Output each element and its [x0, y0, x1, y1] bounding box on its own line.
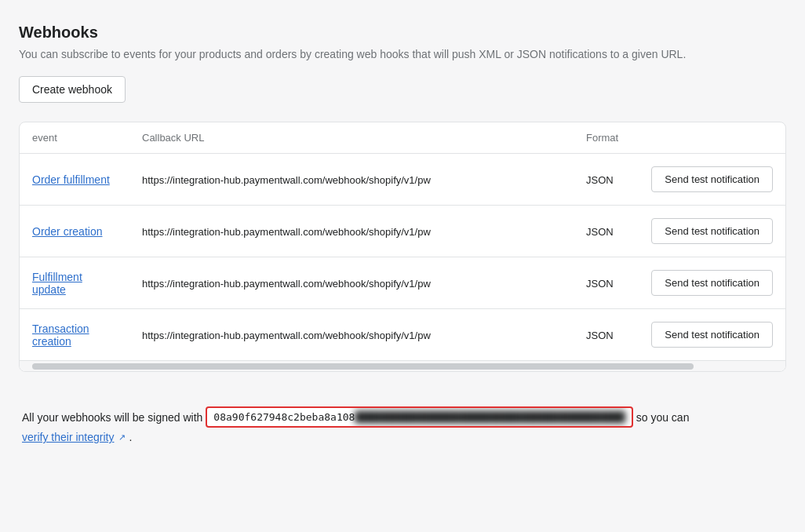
table-header-row: event Callback URL Format	[20, 122, 785, 154]
send-test-notification-button-0[interactable]: Send test notification	[651, 166, 773, 192]
format-cell-3: JSON	[574, 309, 636, 361]
send-test-notification-button-1[interactable]: Send test notification	[651, 218, 773, 244]
action-cell-2: Send test notification	[636, 257, 785, 309]
format-badge-2: JSON	[586, 278, 614, 290]
format-badge-0: JSON	[586, 174, 614, 186]
event-cell-3: Transaction creation	[20, 309, 129, 361]
webhooks-table-card: event Callback URL Format Order fulfillm…	[19, 122, 786, 372]
event-link-1[interactable]: Order creation	[32, 225, 102, 238]
page-container: Webhooks You can subscribe to events for…	[0, 0, 805, 483]
page-description: You can subscribe to events for your pro…	[19, 48, 786, 60]
callback-url-value-3: https://integration-hub.paymentwall.com/…	[142, 330, 431, 341]
footer-section: All your webhooks will be signed with 08…	[19, 391, 786, 459]
footer-period: .	[129, 431, 132, 443]
send-test-notification-button-3[interactable]: Send test notification	[651, 322, 773, 348]
callback-url-value-0: https://integration-hub.paymentwall.com/…	[142, 174, 431, 186]
scrollbar-thumb	[32, 363, 694, 370]
table-row: Order creationhttps://integration-hub.pa…	[20, 206, 785, 257]
format-badge-3: JSON	[586, 330, 614, 341]
page-title: Webhooks	[19, 24, 786, 42]
format-cell-1: JSON	[574, 206, 636, 257]
col-header-action	[636, 122, 785, 154]
footer-text-after: so you can	[636, 411, 690, 424]
event-cell-0: Order fulfillment	[20, 154, 129, 206]
format-cell-0: JSON	[574, 154, 636, 206]
horizontal-scrollbar[interactable]	[20, 360, 785, 371]
event-link-0[interactable]: Order fulfillment	[32, 173, 110, 186]
secret-key-visible: 08a90f627948c2beba8a108	[213, 411, 355, 423]
webhooks-table: event Callback URL Format Order fulfillm…	[20, 122, 785, 360]
table-row: Fulfillment updatehttps://integration-hu…	[20, 257, 785, 309]
table-row: Transaction creationhttps://integration-…	[20, 309, 785, 361]
secret-key-box: 08a90f627948c2beba8a108█████████████████…	[206, 406, 632, 428]
callback-url-cell-0: https://integration-hub.paymentwall.com/…	[129, 154, 574, 206]
footer-text-before: All your webhooks will be signed with	[22, 411, 202, 424]
verify-integrity-link[interactable]: verify their integrity	[22, 431, 114, 443]
action-cell-3: Send test notification	[636, 309, 785, 361]
callback-url-cell-1: https://integration-hub.paymentwall.com/…	[129, 206, 574, 257]
format-cell-2: JSON	[574, 257, 636, 309]
col-header-event: event	[20, 122, 129, 154]
external-link-icon: ↗	[118, 432, 126, 443]
event-cell-1: Order creation	[20, 206, 129, 257]
table-row: Order fulfillmenthttps://integration-hub…	[20, 154, 785, 206]
callback-url-cell-2: https://integration-hub.paymentwall.com/…	[129, 257, 574, 309]
callback-url-value-1: https://integration-hub.paymentwall.com/…	[142, 226, 431, 238]
secret-key-blurred: ████████████████████████████████████████…	[355, 411, 625, 423]
create-webhook-button[interactable]: Create webhook	[19, 76, 126, 103]
action-cell-0: Send test notification	[636, 154, 785, 206]
col-header-callback-url: Callback URL	[129, 122, 574, 154]
event-link-2[interactable]: Fulfillment update	[32, 271, 82, 296]
callback-url-cell-3: https://integration-hub.paymentwall.com/…	[129, 309, 574, 361]
format-badge-1: JSON	[586, 226, 614, 238]
col-header-format: Format	[574, 122, 636, 154]
event-link-3[interactable]: Transaction creation	[32, 322, 89, 348]
callback-url-value-2: https://integration-hub.paymentwall.com/…	[142, 278, 431, 290]
send-test-notification-button-2[interactable]: Send test notification	[651, 270, 773, 296]
event-cell-2: Fulfillment update	[20, 257, 129, 309]
action-cell-1: Send test notification	[636, 206, 785, 257]
table-wrapper: event Callback URL Format Order fulfillm…	[20, 122, 785, 360]
